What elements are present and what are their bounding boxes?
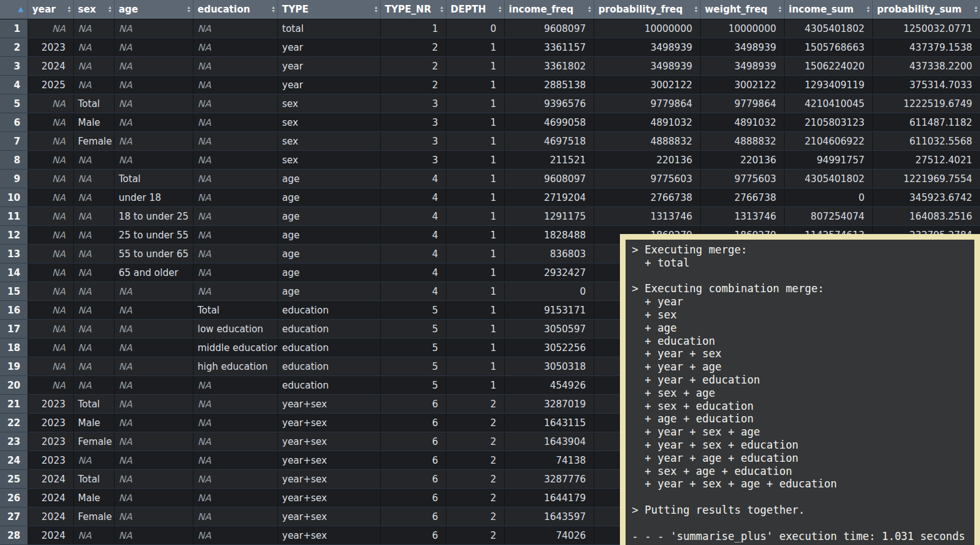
cell-income_sum: 1506224020 <box>784 57 872 76</box>
cell-income_freq: 1643597 <box>504 507 594 526</box>
cell-sex: NA <box>73 263 114 282</box>
cell-income_sum: 94991757 <box>784 151 872 170</box>
cell-weight_freq: 4891032 <box>700 113 784 132</box>
cell-probability_sum: 1250032.0771 <box>872 19 980 38</box>
cell-sex: NA <box>73 76 114 94</box>
cell-age: NA <box>114 507 193 526</box>
cell-weight_freq: 2766738 <box>700 188 784 207</box>
sort-toggle-icon[interactable]: ▴▾ <box>272 6 274 13</box>
cell-income_sum: 1293409119 <box>784 76 872 94</box>
sort-ascending-arrow-icon[interactable]: ▲ <box>18 5 23 13</box>
column-header-education[interactable]: education▴▾ <box>193 0 277 19</box>
cell-age: NA <box>114 76 193 94</box>
cell-depth: 1 <box>446 76 504 94</box>
cell-education: NA <box>193 94 277 113</box>
cell-year: NA <box>28 357 73 376</box>
column-header-weight_freq[interactable]: weight_freq▴▾ <box>700 0 784 19</box>
cell-sex: Female <box>73 432 114 451</box>
sort-toggle-icon[interactable]: ▴▾ <box>588 6 591 13</box>
cell-education: NA <box>193 282 277 301</box>
cell-depth: 2 <box>446 470 504 489</box>
cell-sex: NA <box>73 151 114 170</box>
row-number: 18 <box>0 339 28 357</box>
console-overlay: > Executing merge: + total > Executing c… <box>620 234 980 545</box>
cell-type: sex <box>277 94 380 113</box>
cell-probability_freq: 9775603 <box>594 170 700 188</box>
column-header-sex[interactable]: sex▴▾ <box>73 0 114 19</box>
cell-year: 2023 <box>28 38 73 57</box>
cell-year: 2023 <box>28 432 73 451</box>
cell-year: NA <box>28 263 73 282</box>
column-header-age[interactable]: age▴▾ <box>114 0 193 19</box>
cell-age: under 18 <box>114 188 193 207</box>
cell-type: age <box>277 170 380 188</box>
cell-type_nr: 6 <box>380 432 446 451</box>
cell-year: 2024 <box>28 57 73 76</box>
corner-sort-header[interactable]: ▲ <box>0 0 28 19</box>
column-header-type[interactable]: TYPE▴▾ <box>277 0 380 19</box>
sort-toggle-icon[interactable]: ▴▾ <box>187 6 190 13</box>
cell-income_sum: 0 <box>784 188 872 207</box>
cell-type: year+sex <box>277 451 380 470</box>
cell-depth: 1 <box>446 94 504 113</box>
cell-depth: 2 <box>446 432 504 451</box>
column-header-probability_freq[interactable]: probability_freq▴▾ <box>594 0 700 19</box>
column-header-income_freq[interactable]: income_freq▴▾ <box>504 0 594 19</box>
cell-depth: 1 <box>446 207 504 226</box>
cell-age: NA <box>114 301 193 320</box>
cell-sex: Female <box>73 132 114 151</box>
cell-weight_freq: 9779864 <box>700 94 784 113</box>
sort-toggle-icon[interactable]: ▴▾ <box>374 6 377 13</box>
cell-type_nr: 2 <box>380 76 446 94</box>
cell-income_freq: 2932427 <box>504 263 594 282</box>
cell-income_freq: 3287019 <box>504 395 594 414</box>
cell-probability_freq: 3498939 <box>594 57 700 76</box>
sort-toggle-icon[interactable]: ▴▾ <box>867 6 869 13</box>
sort-toggle-icon[interactable]: ▴▾ <box>440 6 443 13</box>
cell-type_nr: 2 <box>380 38 446 57</box>
column-header-probability_sum[interactable]: probability_sum▴▾ <box>872 0 980 19</box>
sort-toggle-icon[interactable]: ▴▾ <box>108 6 111 13</box>
cell-type: year+sex <box>277 470 380 489</box>
column-header-income_sum[interactable]: income_sum▴▾ <box>784 0 872 19</box>
cell-income_freq: 9396576 <box>504 94 594 113</box>
cell-year: NA <box>28 282 73 301</box>
row-number: 19 <box>0 357 28 376</box>
cell-type: sex <box>277 132 380 151</box>
cell-sex: NA <box>73 451 114 470</box>
column-header-year[interactable]: year▴▾ <box>28 0 73 19</box>
column-header-depth[interactable]: DEPTH▴▾ <box>446 0 504 19</box>
table-row: 6NAMaleNANAsex31469905848910324891032210… <box>0 113 980 132</box>
cell-sex: NA <box>73 19 114 38</box>
cell-income_freq: 836803 <box>504 245 594 263</box>
cell-probability_freq: 4891032 <box>594 113 700 132</box>
column-label: education <box>198 4 250 15</box>
row-number: 23 <box>0 432 28 451</box>
cell-type: education <box>277 301 380 320</box>
cell-type: sex <box>277 113 380 132</box>
cell-year: NA <box>28 94 73 113</box>
cell-year: NA <box>28 320 73 339</box>
sort-toggle-icon[interactable]: ▴▾ <box>974 6 977 13</box>
cell-type_nr: 6 <box>380 451 446 470</box>
cell-education: NA <box>193 489 277 507</box>
row-number: 11 <box>0 207 28 226</box>
cell-age: NA <box>114 489 193 507</box>
row-number: 15 <box>0 282 28 301</box>
table-row: 42025NANANAyear2128851383002122300212212… <box>0 76 980 94</box>
column-header-type_nr[interactable]: TYPE_NR▴▾ <box>380 0 446 19</box>
column-label: weight_freq <box>705 4 768 15</box>
sort-toggle-icon[interactable]: ▴▾ <box>694 6 697 13</box>
cell-depth: 2 <box>446 395 504 414</box>
sort-toggle-icon[interactable]: ▴▾ <box>498 6 501 13</box>
cell-income_freq: 211521 <box>504 151 594 170</box>
cell-income_sum: 4305401802 <box>784 170 872 188</box>
cell-probability_freq: 1313746 <box>594 207 700 226</box>
cell-sex: NA <box>73 170 114 188</box>
cell-year: NA <box>28 113 73 132</box>
cell-income_freq: 1291175 <box>504 207 594 226</box>
sort-toggle-icon[interactable]: ▴▾ <box>68 6 70 13</box>
cell-type_nr: 6 <box>380 507 446 526</box>
cell-income_freq: 4697518 <box>504 132 594 151</box>
sort-toggle-icon[interactable]: ▴▾ <box>778 6 781 13</box>
